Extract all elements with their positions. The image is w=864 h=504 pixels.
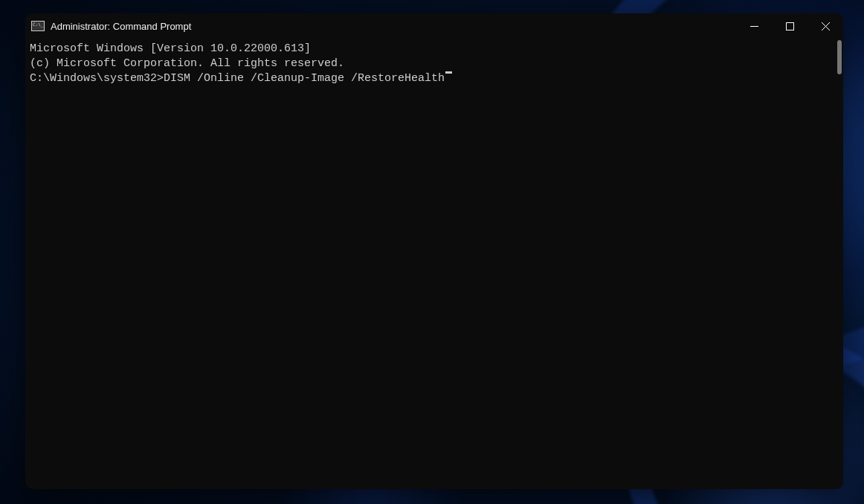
window-title: Administrator: Command Prompt [51,21,191,32]
scrollbar-thumb[interactable] [837,40,842,74]
terminal-command-input[interactable]: DISM /Online /Cleanup-Image /RestoreHeal… [164,71,445,86]
cmd-icon [31,21,45,31]
command-prompt-window: Administrator: Command Prompt Microsoft … [25,13,843,489]
maximize-button[interactable] [772,13,807,39]
terminal-prompt-line: C:\Windows\system32>DISM /Online /Cleanu… [30,71,839,86]
window-controls [736,13,843,39]
maximize-icon [786,22,794,30]
terminal-cursor [445,71,452,74]
terminal-output-area[interactable]: Microsoft Windows [Version 10.0.22000.61… [25,39,843,489]
terminal-prompt: C:\Windows\system32> [30,71,164,86]
title-bar[interactable]: Administrator: Command Prompt [25,13,843,39]
terminal-line: Microsoft Windows [Version 10.0.22000.61… [30,42,839,56]
minimize-button[interactable] [736,13,772,39]
svg-rect-1 [786,22,793,30]
minimize-icon [750,22,758,30]
terminal-line: (c) Microsoft Corporation. All rights re… [30,56,839,71]
close-icon [822,22,830,30]
close-button[interactable] [807,13,843,39]
